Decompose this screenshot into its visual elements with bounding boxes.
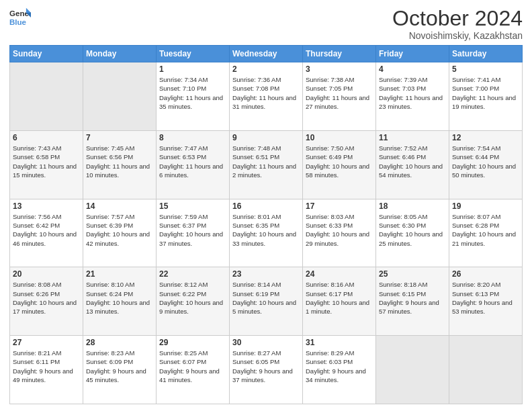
day-number: 4	[379, 64, 446, 74]
table-row: 20Sunrise: 8:08 AMSunset: 6:26 PMDayligh…	[10, 267, 83, 336]
table-row: 29Sunrise: 8:25 AMSunset: 6:07 PMDayligh…	[157, 336, 230, 404]
day-info: Sunrise: 8:21 AMSunset: 6:11 PMDaylight:…	[13, 349, 80, 384]
day-info: Sunrise: 8:07 AMSunset: 6:28 PMDaylight:…	[452, 212, 519, 248]
page: General Blue October 2024 Novoishimskiy,…	[0, 0, 532, 411]
day-number: 9	[232, 133, 300, 142]
day-info: Sunrise: 7:54 AMSunset: 6:44 PMDaylight:…	[452, 144, 519, 179]
table-row: 23Sunrise: 8:14 AMSunset: 6:19 PMDayligh…	[230, 267, 303, 336]
table-row: 14Sunrise: 7:57 AMSunset: 6:39 PMDayligh…	[83, 199, 157, 267]
day-number: 29	[159, 338, 226, 347]
table-row	[449, 336, 523, 404]
col-thursday: Thursday	[303, 46, 376, 62]
day-number: 17	[306, 201, 373, 211]
svg-text:Blue: Blue	[9, 18, 27, 26]
subtitle: Novoishimskiy, Kazakhstan	[392, 30, 523, 41]
day-info: Sunrise: 8:25 AMSunset: 6:07 PMDaylight:…	[159, 349, 226, 384]
day-info: Sunrise: 7:43 AMSunset: 6:58 PMDaylight:…	[13, 144, 80, 179]
day-number: 11	[379, 133, 446, 142]
day-info: Sunrise: 8:18 AMSunset: 6:15 PMDaylight:…	[379, 280, 446, 316]
day-info: Sunrise: 8:27 AMSunset: 6:05 PMDaylight:…	[232, 349, 300, 384]
day-number: 7	[86, 133, 153, 142]
calendar-week-row: 6Sunrise: 7:43 AMSunset: 6:58 PMDaylight…	[10, 130, 523, 199]
day-info: Sunrise: 7:47 AMSunset: 6:53 PMDaylight:…	[159, 144, 226, 179]
calendar-week-row: 13Sunrise: 7:56 AMSunset: 6:42 PMDayligh…	[10, 199, 523, 267]
header: General Blue October 2024 Novoishimskiy,…	[9, 7, 523, 41]
table-row: 5Sunrise: 7:41 AMSunset: 7:00 PMDaylight…	[449, 62, 523, 131]
table-row: 21Sunrise: 8:10 AMSunset: 6:24 PMDayligh…	[83, 267, 157, 336]
day-number: 28	[86, 338, 153, 347]
day-number: 27	[13, 338, 80, 347]
table-row: 7Sunrise: 7:45 AMSunset: 6:56 PMDaylight…	[83, 130, 157, 199]
col-friday: Friday	[376, 46, 449, 62]
day-number: 23	[232, 269, 300, 279]
table-row	[83, 62, 157, 131]
table-row: 25Sunrise: 8:18 AMSunset: 6:15 PMDayligh…	[376, 267, 449, 336]
table-row: 11Sunrise: 7:52 AMSunset: 6:46 PMDayligh…	[376, 130, 449, 199]
logo-icon: General Blue	[9, 7, 31, 28]
day-number: 26	[452, 269, 519, 279]
day-info: Sunrise: 7:41 AMSunset: 7:00 PMDaylight:…	[452, 75, 519, 111]
day-info: Sunrise: 8:10 AMSunset: 6:24 PMDaylight:…	[86, 280, 153, 316]
day-info: Sunrise: 7:38 AMSunset: 7:05 PMDaylight:…	[306, 75, 373, 111]
day-info: Sunrise: 8:29 AMSunset: 6:03 PMDaylight:…	[306, 349, 373, 384]
day-number: 3	[306, 64, 373, 74]
table-row: 3Sunrise: 7:38 AMSunset: 7:05 PMDaylight…	[303, 62, 376, 131]
table-row: 31Sunrise: 8:29 AMSunset: 6:03 PMDayligh…	[303, 336, 376, 404]
calendar-week-row: 1Sunrise: 7:34 AMSunset: 7:10 PMDaylight…	[10, 62, 523, 131]
table-row: 6Sunrise: 7:43 AMSunset: 6:58 PMDaylight…	[10, 130, 83, 199]
table-row: 10Sunrise: 7:50 AMSunset: 6:49 PMDayligh…	[303, 130, 376, 199]
col-monday: Monday	[83, 46, 157, 62]
day-number: 13	[13, 201, 80, 211]
day-number: 21	[86, 269, 153, 279]
day-number: 5	[452, 64, 519, 74]
day-number: 24	[306, 269, 373, 279]
table-row: 12Sunrise: 7:54 AMSunset: 6:44 PMDayligh…	[449, 130, 523, 199]
day-info: Sunrise: 8:01 AMSunset: 6:35 PMDaylight:…	[232, 212, 300, 248]
day-info: Sunrise: 7:48 AMSunset: 6:51 PMDaylight:…	[232, 144, 300, 179]
day-info: Sunrise: 7:57 AMSunset: 6:39 PMDaylight:…	[86, 212, 153, 248]
col-tuesday: Tuesday	[157, 46, 230, 62]
day-info: Sunrise: 8:16 AMSunset: 6:17 PMDaylight:…	[306, 280, 373, 316]
main-title: October 2024	[392, 7, 523, 30]
day-number: 14	[86, 201, 153, 211]
table-row: 26Sunrise: 8:20 AMSunset: 6:13 PMDayligh…	[449, 267, 523, 336]
table-row: 18Sunrise: 8:05 AMSunset: 6:30 PMDayligh…	[376, 199, 449, 267]
table-row	[376, 336, 449, 404]
day-info: Sunrise: 7:39 AMSunset: 7:03 PMDaylight:…	[379, 75, 446, 111]
table-row: 22Sunrise: 8:12 AMSunset: 6:22 PMDayligh…	[157, 267, 230, 336]
day-number: 18	[379, 201, 446, 211]
day-info: Sunrise: 8:20 AMSunset: 6:13 PMDaylight:…	[452, 280, 519, 316]
day-info: Sunrise: 7:59 AMSunset: 6:37 PMDaylight:…	[159, 212, 226, 248]
day-number: 1	[159, 64, 226, 74]
day-info: Sunrise: 7:34 AMSunset: 7:10 PMDaylight:…	[159, 75, 226, 111]
table-row: 16Sunrise: 8:01 AMSunset: 6:35 PMDayligh…	[230, 199, 303, 267]
day-number: 12	[452, 133, 519, 142]
day-number: 10	[306, 133, 373, 142]
day-info: Sunrise: 7:45 AMSunset: 6:56 PMDaylight:…	[86, 144, 153, 179]
day-number: 19	[452, 201, 519, 211]
day-info: Sunrise: 7:56 AMSunset: 6:42 PMDaylight:…	[13, 212, 80, 248]
day-number: 25	[379, 269, 446, 279]
day-info: Sunrise: 8:12 AMSunset: 6:22 PMDaylight:…	[159, 280, 226, 316]
day-info: Sunrise: 8:08 AMSunset: 6:26 PMDaylight:…	[13, 280, 80, 316]
day-info: Sunrise: 7:50 AMSunset: 6:49 PMDaylight:…	[306, 144, 373, 179]
day-number: 30	[232, 338, 300, 347]
calendar-week-row: 27Sunrise: 8:21 AMSunset: 6:11 PMDayligh…	[10, 336, 523, 404]
day-number: 15	[159, 201, 226, 211]
table-row: 30Sunrise: 8:27 AMSunset: 6:05 PMDayligh…	[230, 336, 303, 404]
day-info: Sunrise: 8:23 AMSunset: 6:09 PMDaylight:…	[86, 349, 153, 384]
day-number: 6	[13, 133, 80, 142]
logo: General Blue	[9, 7, 31, 28]
table-row: 9Sunrise: 7:48 AMSunset: 6:51 PMDaylight…	[230, 130, 303, 199]
day-number: 8	[159, 133, 226, 142]
table-row: 1Sunrise: 7:34 AMSunset: 7:10 PMDaylight…	[157, 62, 230, 131]
col-saturday: Saturday	[449, 46, 523, 62]
table-row: 28Sunrise: 8:23 AMSunset: 6:09 PMDayligh…	[83, 336, 157, 404]
table-row	[10, 62, 83, 131]
day-info: Sunrise: 7:36 AMSunset: 7:08 PMDaylight:…	[232, 75, 300, 111]
calendar-table: Sunday Monday Tuesday Wednesday Thursday…	[9, 45, 523, 404]
day-number: 16	[232, 201, 300, 211]
table-row: 4Sunrise: 7:39 AMSunset: 7:03 PMDaylight…	[376, 62, 449, 131]
day-info: Sunrise: 7:52 AMSunset: 6:46 PMDaylight:…	[379, 144, 446, 179]
col-wednesday: Wednesday	[230, 46, 303, 62]
